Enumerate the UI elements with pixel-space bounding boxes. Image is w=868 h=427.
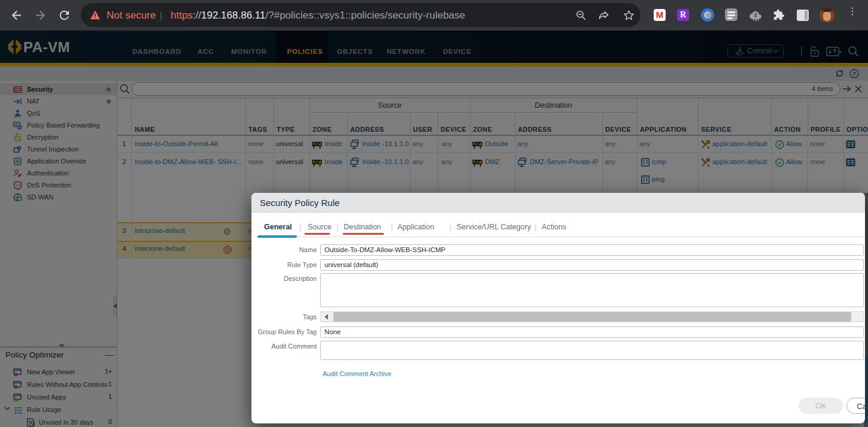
svg-text:2: 2 bbox=[754, 13, 757, 18]
